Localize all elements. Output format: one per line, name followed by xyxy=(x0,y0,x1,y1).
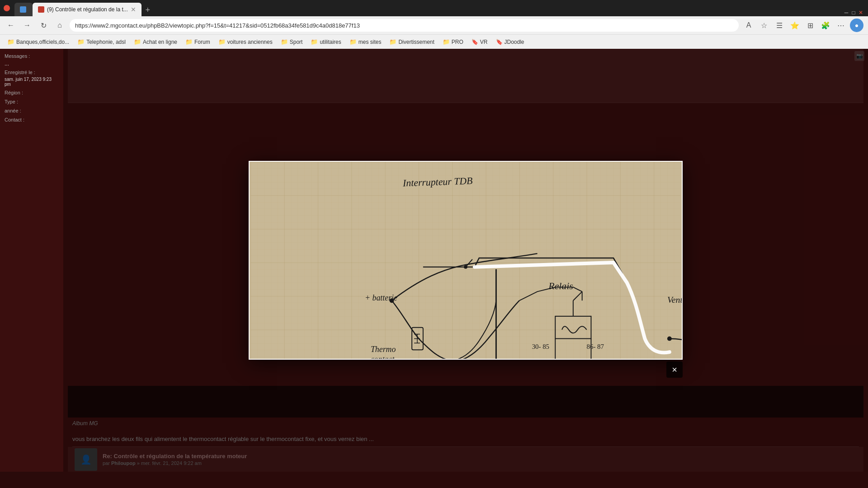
sidebar: Messages : ... Enregistré le : sam. juin… xyxy=(0,49,63,472)
tab-close-btn[interactable]: ✕ xyxy=(131,6,136,13)
window-controls xyxy=(4,5,10,11)
sidebar-messages: Messages : ... xyxy=(5,53,59,67)
bookmark-label: JDoodle xyxy=(505,39,524,45)
svg-text:86- 87: 86- 87 xyxy=(587,343,604,350)
collections-icon[interactable]: ⊞ xyxy=(804,19,816,32)
sidebar-enregistre: Enregistré le : sam. juin 17, 2023 9:23 … xyxy=(5,70,59,87)
active-tab-title: (9) Contrôle et régulation de la t... xyxy=(47,6,128,13)
more-menu-icon[interactable]: ⋯ xyxy=(835,19,847,32)
bookmark-icon-jdoodle: 🔖 xyxy=(496,39,503,45)
folder-icon: 📁 xyxy=(185,38,193,45)
bookmark-forum[interactable]: 📁 Forum xyxy=(182,38,214,46)
folder-icon: 📁 xyxy=(311,38,318,45)
bookmark-sport[interactable]: 📁 Sport xyxy=(277,38,307,46)
svg-text:Ventilateur: Ventilateur xyxy=(667,295,682,305)
minimize-button[interactable]: ─ xyxy=(843,9,850,16)
sidebar-region: Région : xyxy=(5,89,59,96)
contact-label: Contact : xyxy=(5,117,24,122)
bookmarks-bar: 📁 Banques,officiels,do... 📁 Telephonie, … xyxy=(0,34,868,49)
folder-icon: 📁 xyxy=(389,38,396,45)
bookmark-label: PRO xyxy=(452,39,463,45)
svg-point-33 xyxy=(667,336,672,341)
translate-icon[interactable]: A xyxy=(742,19,755,32)
profile-icon[interactable]: ● xyxy=(850,19,863,32)
bookmark-label: Divertissement xyxy=(398,39,434,45)
lightbox-close-button[interactable]: × xyxy=(666,361,683,378)
bookmark-telephonie[interactable]: 📁 Telephonie, adsl xyxy=(74,38,129,46)
svg-rect-2 xyxy=(250,162,680,359)
bookmark-banques[interactable]: 📁 Banques,officiels,do... xyxy=(4,38,73,46)
folder-icon: 📁 xyxy=(134,38,141,45)
lightbox-image: Interrupteur TDB + batterie Thermo conta… xyxy=(250,162,682,359)
region-label: Région : xyxy=(5,90,23,95)
circuit-diagram: Interrupteur TDB + batterie Thermo conta… xyxy=(250,162,682,359)
sidebar-type: Type : xyxy=(5,99,59,105)
active-tab[interactable]: (9) Contrôle et régulation de la t... ✕ xyxy=(33,3,142,16)
sidebar-annee: année : xyxy=(5,108,59,114)
enregistre-label: Enregistré le : xyxy=(5,70,59,75)
extensions-icon[interactable]: 🧩 xyxy=(819,19,832,32)
bookmark-vr[interactable]: 🔖 VR xyxy=(468,38,491,46)
tabs-bar: (9) Contrôle et régulation de la t... ✕ … xyxy=(14,0,864,16)
toolbar-icons: A ☆ ☰ ⭐ ⊞ 🧩 ⋯ ● xyxy=(742,19,863,32)
bookmark-jdoodle[interactable]: 🔖 JDoodle xyxy=(492,38,528,46)
title-bar: (9) Contrôle et régulation de la t... ✕ … xyxy=(0,0,868,16)
tab-favicon-only[interactable] xyxy=(14,3,33,16)
favorites-icon[interactable]: ⭐ xyxy=(788,19,801,32)
bookmark-label: voitures anciennes xyxy=(227,39,273,45)
folder-icon: 📁 xyxy=(218,38,226,45)
enregistre-value: sam. juin 17, 2023 9:23 pm xyxy=(5,77,59,87)
messages-value: ... xyxy=(5,61,59,67)
bookmark-label: Achat en ligne xyxy=(143,39,177,45)
bookmark-label: mes sites xyxy=(359,39,382,45)
messages-label: Messages : xyxy=(5,53,59,59)
lightbox-overlay[interactable]: Interrupteur TDB + batterie Thermo conta… xyxy=(63,49,868,472)
folder-icon: 📁 xyxy=(443,38,450,45)
bookmark-label: Banques,officiels,do... xyxy=(16,39,69,45)
window-dot[interactable] xyxy=(4,5,10,11)
type-label: Type : xyxy=(5,99,18,104)
tab-favicon-icon xyxy=(20,6,26,13)
bookmark-icon-vr: 🔖 xyxy=(472,39,478,45)
address-input[interactable] xyxy=(70,19,739,32)
folder-icon: 📁 xyxy=(349,38,357,45)
svg-text:contact: contact xyxy=(371,355,395,359)
active-tab-favicon xyxy=(38,6,44,13)
bookmark-label: Telephonie, adsl xyxy=(86,39,126,45)
address-bar-row: ← → ↻ ⌂ A ☆ ☰ ⭐ ⊞ 🧩 ⋯ ● xyxy=(0,16,868,34)
sidebar-contact: Contact : xyxy=(5,117,59,123)
bookmark-label: Sport xyxy=(290,39,303,45)
folder-icon: 📁 xyxy=(77,38,85,45)
folder-icon: 📁 xyxy=(7,38,14,45)
page-content: Messages : ... Enregistré le : sam. juin… xyxy=(0,49,868,472)
lightbox-container: Interrupteur TDB + batterie Thermo conta… xyxy=(249,161,683,360)
new-tab-button[interactable]: + xyxy=(142,4,154,16)
window-buttons: ─ □ ✕ xyxy=(843,9,864,16)
bookmark-label: Forum xyxy=(194,39,210,45)
maximize-button[interactable]: □ xyxy=(850,9,857,16)
main-content: Album MG vous branchez les deux fils qui… xyxy=(63,49,868,472)
svg-text:Relais: Relais xyxy=(548,281,573,291)
forward-button[interactable]: → xyxy=(21,19,33,32)
reader-icon[interactable]: ☰ xyxy=(773,19,786,32)
back-button[interactable]: ← xyxy=(5,19,17,32)
annee-label: année : xyxy=(5,108,21,113)
bookmark-achat[interactable]: 📁 Achat en ligne xyxy=(130,38,181,46)
lightbox: Interrupteur TDB + batterie Thermo conta… xyxy=(249,161,683,360)
svg-text:30- 85: 30- 85 xyxy=(532,343,549,350)
bookmark-pro[interactable]: 📁 PRO xyxy=(439,38,467,46)
bookmark-label: utilitaires xyxy=(320,39,341,45)
svg-point-11 xyxy=(390,298,394,303)
close-button[interactable]: ✕ xyxy=(857,9,864,16)
bookmark-utilitaires[interactable]: 📁 utilitaires xyxy=(307,38,344,46)
reload-button[interactable]: ↻ xyxy=(37,19,50,32)
svg-text:Thermo: Thermo xyxy=(371,345,396,354)
home-button[interactable]: ⌂ xyxy=(53,19,66,32)
bookmark-voitures[interactable]: 📁 voitures anciennes xyxy=(215,38,276,46)
bookmark-icon[interactable]: ☆ xyxy=(758,19,770,32)
bookmark-divertissement[interactable]: 📁 Divertissement xyxy=(386,38,438,46)
bookmark-mes-sites[interactable]: 📁 mes sites xyxy=(346,38,385,46)
folder-icon: 📁 xyxy=(281,38,288,45)
bookmark-label: VR xyxy=(480,39,488,45)
